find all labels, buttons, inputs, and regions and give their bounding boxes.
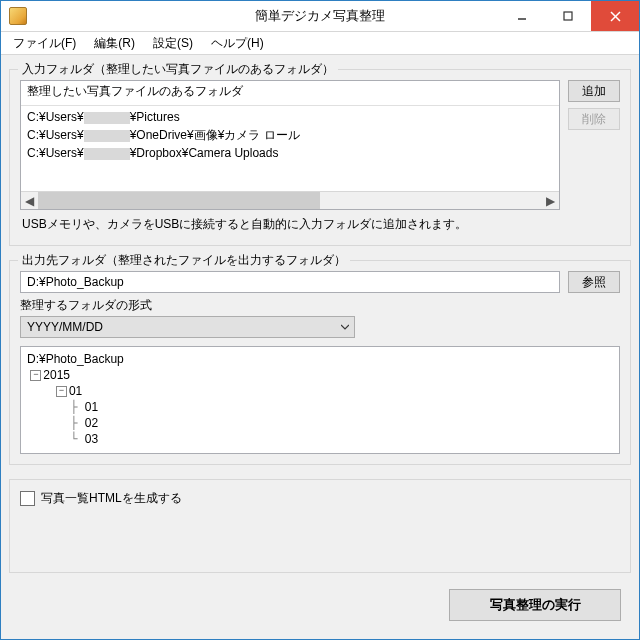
window-buttons bbox=[499, 1, 639, 31]
html-gen-checkbox[interactable]: 写真一覧HTMLを生成する bbox=[20, 490, 620, 507]
output-folder-group: 出力先フォルダ（整理されたファイルを出力するフォルダ） D:¥Photo_Bac… bbox=[9, 260, 631, 465]
html-gen-group: 写真一覧HTMLを生成する bbox=[9, 479, 631, 573]
list-item[interactable]: C:¥Users¥¥OneDrive¥画像¥カメラ ロール bbox=[27, 126, 553, 144]
chevron-down-icon[interactable] bbox=[336, 323, 354, 331]
format-label: 整理するフォルダの形式 bbox=[20, 297, 620, 314]
client-area: 入力フォルダ（整理したい写真ファイルのあるフォルダ） 整理したい写真ファイルのあ… bbox=[1, 55, 639, 639]
list-item[interactable]: C:¥Users¥¥Pictures bbox=[27, 108, 553, 126]
collapse-icon[interactable]: − bbox=[30, 370, 41, 381]
tree-day[interactable]: ├ 02 bbox=[27, 415, 613, 431]
menubar: ファイル(F) 編集(R) 設定(S) ヘルプ(H) bbox=[1, 32, 639, 55]
folder-tree[interactable]: D:¥Photo_Backup −2015 −01 ├ 01 ├ 02 └ 03 bbox=[20, 346, 620, 454]
usb-tip: USBメモリや、カメラをUSBに接続すると自動的に入力フォルダに追加されます。 bbox=[22, 216, 618, 233]
checkbox-label: 写真一覧HTMLを生成する bbox=[41, 490, 182, 507]
add-button[interactable]: 追加 bbox=[568, 80, 620, 102]
tree-month[interactable]: −01 bbox=[27, 383, 613, 399]
input-list-items: C:¥Users¥¥Pictures C:¥Users¥¥OneDrive¥画像… bbox=[21, 106, 559, 164]
minimize-button[interactable] bbox=[499, 1, 545, 31]
redacted-text bbox=[84, 130, 130, 142]
titlebar: 簡単デジカメ写真整理 bbox=[1, 1, 639, 32]
checkbox-box[interactable] bbox=[20, 491, 35, 506]
scroll-left-icon[interactable]: ◀ bbox=[21, 192, 38, 209]
menu-edit[interactable]: 編集(R) bbox=[86, 33, 143, 54]
output-path-field[interactable]: D:¥Photo_Backup bbox=[20, 271, 560, 293]
format-value: YYYY/MM/DD bbox=[21, 320, 336, 334]
svg-rect-1 bbox=[564, 12, 572, 20]
footer: 写真整理の実行 bbox=[9, 579, 631, 631]
tree-year[interactable]: −2015 bbox=[27, 367, 613, 383]
horizontal-scrollbar[interactable]: ◀ ▶ bbox=[21, 191, 559, 209]
input-folder-buttons: 追加 削除 bbox=[568, 80, 620, 130]
maximize-button[interactable] bbox=[545, 1, 591, 31]
close-button[interactable] bbox=[591, 1, 639, 31]
tree-day[interactable]: ├ 01 bbox=[27, 399, 613, 415]
tree-day[interactable]: └ 03 bbox=[27, 431, 613, 447]
redacted-text bbox=[84, 112, 130, 124]
list-item[interactable]: C:¥Users¥¥Dropbox¥Camera Uploads bbox=[27, 144, 553, 162]
input-folder-list[interactable]: 整理したい写真ファイルのあるフォルダ C:¥Users¥¥Pictures C:… bbox=[20, 80, 560, 210]
browse-button[interactable]: 参照 bbox=[568, 271, 620, 293]
app-window: 簡単デジカメ写真整理 ファイル(F) 編集(R) 設定(S) ヘルプ(H) 入力… bbox=[0, 0, 640, 640]
run-button[interactable]: 写真整理の実行 bbox=[449, 589, 621, 621]
redacted-text bbox=[84, 148, 130, 160]
scroll-track[interactable] bbox=[38, 192, 542, 209]
output-folder-legend: 出力先フォルダ（整理されたファイルを出力するフォルダ） bbox=[18, 252, 350, 269]
scroll-thumb[interactable] bbox=[38, 192, 320, 209]
menu-file[interactable]: ファイル(F) bbox=[5, 33, 84, 54]
collapse-icon[interactable]: − bbox=[56, 386, 67, 397]
input-list-header[interactable]: 整理したい写真ファイルのあるフォルダ bbox=[21, 81, 559, 106]
menu-help[interactable]: ヘルプ(H) bbox=[203, 33, 272, 54]
delete-button: 削除 bbox=[568, 108, 620, 130]
scroll-right-icon[interactable]: ▶ bbox=[542, 192, 559, 209]
tree-root[interactable]: D:¥Photo_Backup bbox=[27, 351, 613, 367]
app-icon bbox=[9, 7, 27, 25]
input-folder-legend: 入力フォルダ（整理したい写真ファイルのあるフォルダ） bbox=[18, 61, 338, 78]
input-folder-group: 入力フォルダ（整理したい写真ファイルのあるフォルダ） 整理したい写真ファイルのあ… bbox=[9, 69, 631, 246]
format-combobox[interactable]: YYYY/MM/DD bbox=[20, 316, 355, 338]
menu-settings[interactable]: 設定(S) bbox=[145, 33, 201, 54]
